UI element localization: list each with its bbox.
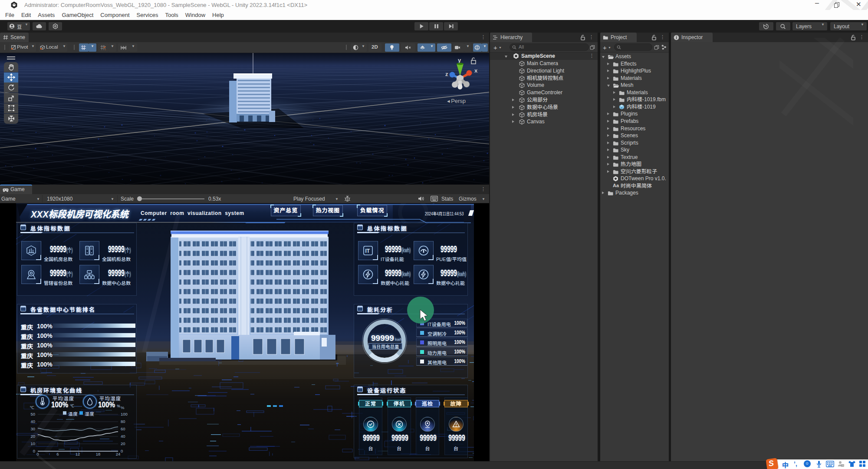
svg-text:6: 6 [56, 452, 59, 456]
svg-text:℃: ℃ [30, 405, 34, 410]
svg-text:80: 80 [121, 419, 125, 424]
svg-text:20: 20 [121, 441, 125, 446]
svg-text:24: 24 [115, 452, 120, 456]
svg-text:40: 40 [30, 419, 35, 424]
svg-text:z: z [445, 71, 448, 77]
svg-text:12: 12 [75, 452, 80, 456]
svg-text:100: 100 [121, 412, 128, 416]
svg-text:IT: IT [365, 248, 370, 254]
svg-text:18: 18 [95, 452, 100, 456]
svg-text:x: x [474, 67, 478, 74]
svg-text:60: 60 [121, 426, 125, 431]
svg-text:y: y [458, 57, 461, 63]
svg-text:Y: Y [83, 47, 85, 50]
svg-text:50: 50 [30, 412, 35, 416]
svg-text:%: % [121, 405, 125, 410]
svg-text:30: 30 [30, 426, 35, 431]
svg-text:21: 21 [842, 464, 844, 467]
svg-text:0: 0 [33, 449, 35, 453]
svg-text:40: 40 [121, 434, 125, 439]
svg-text:0: 0 [121, 449, 123, 453]
